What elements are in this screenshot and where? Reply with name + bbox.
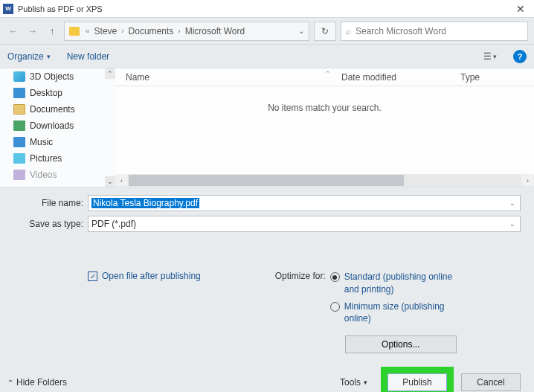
scroll-right-icon[interactable]: › — [521, 174, 534, 187]
scrollbar-thumb[interactable] — [129, 175, 404, 186]
breadcrumb-sep: « — [83, 27, 93, 35]
radio-unchecked-icon — [330, 302, 340, 312]
sidebar-item-desktop[interactable]: Desktop — [0, 85, 115, 101]
radio-standard[interactable]: Standard (publishing online and printing… — [330, 271, 457, 296]
tools-menu[interactable]: Tools ▾ — [340, 377, 367, 388]
list-view-icon: ☰ — [483, 51, 492, 62]
sidebar-item-videos[interactable]: Videos — [0, 167, 115, 183]
column-name[interactable]: Name — [126, 72, 341, 83]
cancel-button[interactable]: Cancel — [461, 373, 521, 391]
search-icon: ⌕ — [346, 26, 351, 36]
footer: ⌃ Hide Folders Tools ▾ Publish Cancel — [0, 361, 534, 392]
forward-button: → — [25, 24, 40, 39]
sidebar-item-documents[interactable]: Documents — [0, 101, 115, 118]
documents-icon — [13, 104, 25, 115]
filename-value[interactable]: Nikola Tesla Biography.pdf — [91, 198, 199, 208]
music-icon — [13, 137, 25, 147]
sidebar-item-3d-objects[interactable]: 3D Objects — [0, 68, 115, 85]
chevron-down-icon: ▾ — [364, 379, 367, 386]
new-folder-button[interactable]: New folder — [67, 51, 109, 62]
publish-button[interactable]: Publish — [387, 373, 447, 391]
sidebar-scroll-down[interactable]: ⌄ — [105, 176, 115, 187]
chevron-right-icon: › — [118, 27, 126, 35]
checkbox-icon: ✓ — [88, 271, 97, 281]
refresh-button[interactable]: ↻ — [314, 22, 336, 41]
savetype-value: PDF (*.pdf) — [91, 219, 136, 229]
chevron-up-icon: ⌃ — [7, 379, 13, 387]
window-title: Publish as PDF or XPS — [18, 4, 510, 13]
search-box[interactable]: ⌕ — [341, 22, 528, 41]
chevron-down-icon: ▾ — [47, 53, 51, 60]
videos-icon — [13, 170, 25, 180]
toolbar: Organize▾ New folder ☰▾ ? — [0, 45, 534, 68]
publish-highlight: Publish — [381, 367, 454, 392]
hide-folders-button[interactable]: ⌃ Hide Folders — [7, 377, 67, 388]
chevron-right-icon: › — [175, 27, 183, 35]
organize-menu[interactable]: Organize▾ — [7, 51, 51, 62]
sort-indicator-icon: ⌃ — [325, 70, 331, 77]
sidebar: ⌃ 3D Objects Desktop Documents Downloads… — [0, 68, 115, 187]
downloads-icon — [13, 121, 25, 131]
sidebar-scroll-up[interactable]: ⌃ — [105, 68, 115, 79]
radio-checked-icon — [330, 272, 340, 282]
address-dropdown-icon[interactable]: ⌄ — [298, 27, 304, 35]
sidebar-item-music[interactable]: Music — [0, 134, 115, 150]
options-area: ✓ Open file after publishing Optimize fo… — [0, 242, 534, 361]
back-button[interactable]: ← — [6, 24, 21, 39]
optimize-label: Optimize for: — [275, 271, 326, 281]
options-button[interactable]: Options... — [345, 335, 457, 353]
up-button[interactable]: ↑ — [45, 24, 59, 39]
sidebar-item-downloads[interactable]: Downloads — [0, 118, 115, 134]
file-list: ⌃ Name Date modified Type No items match… — [115, 68, 534, 187]
column-date[interactable]: Date modified — [341, 72, 460, 83]
cube-icon — [13, 71, 25, 82]
chevron-down-icon[interactable]: ⌄ — [509, 220, 515, 228]
word-app-icon: W — [3, 4, 13, 14]
open-after-checkbox[interactable]: ✓ Open file after publishing — [88, 271, 201, 281]
help-button[interactable]: ? — [513, 50, 527, 63]
radio-minimum[interactable]: Minimum size (publishing online) — [330, 301, 457, 326]
scroll-left-icon[interactable]: ‹ — [115, 174, 128, 187]
nav-bar: ← → ↑ « Steve › Documents › Microsoft Wo… — [0, 18, 534, 45]
address-bar[interactable]: « Steve › Documents › Microsoft Word ⌄ — [64, 22, 309, 41]
folder-icon — [69, 27, 80, 36]
desktop-icon — [13, 88, 25, 98]
breadcrumb-item[interactable]: Microsoft Word — [184, 26, 246, 36]
view-options-button[interactable]: ☰▾ — [483, 51, 497, 62]
savetype-select[interactable]: PDF (*.pdf) ⌄ — [88, 216, 521, 232]
close-button[interactable]: ✕ — [510, 1, 531, 16]
search-input[interactable] — [356, 26, 523, 36]
pictures-icon — [13, 153, 25, 164]
titlebar: W Publish as PDF or XPS ✕ — [0, 0, 534, 18]
sidebar-item-pictures[interactable]: Pictures — [0, 150, 115, 167]
horizontal-scrollbar[interactable]: ‹ › — [115, 174, 534, 187]
filename-input[interactable]: Nikola Tesla Biography.pdf ⌄ — [88, 195, 521, 211]
column-type[interactable]: Type — [460, 72, 534, 83]
empty-message: No items match your search. — [115, 86, 534, 174]
form-area: File name: Nikola Tesla Biography.pdf ⌄ … — [0, 187, 534, 242]
filename-label: File name: — [13, 198, 88, 208]
chevron-down-icon[interactable]: ⌄ — [509, 199, 515, 207]
column-headers: ⌃ Name Date modified Type — [115, 68, 534, 86]
savetype-label: Save as type: — [13, 219, 88, 229]
breadcrumb-item[interactable]: Documents — [127, 26, 176, 36]
breadcrumb-item[interactable]: Steve — [93, 26, 119, 36]
